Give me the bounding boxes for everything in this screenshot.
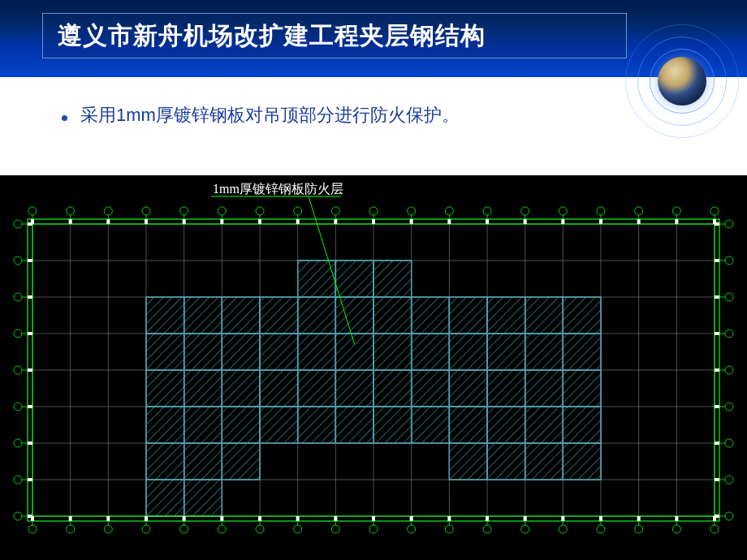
- svg-rect-21: [412, 297, 450, 334]
- svg-rect-294: [599, 516, 602, 521]
- svg-rect-27: [525, 297, 563, 334]
- svg-point-209: [559, 525, 567, 533]
- svg-point-223: [710, 207, 719, 215]
- svg-point-231: [14, 256, 22, 265]
- svg-rect-15: [298, 297, 336, 334]
- svg-rect-55: [146, 370, 184, 407]
- globe-decoration: [625, 24, 739, 138]
- svg-rect-91: [374, 407, 412, 443]
- cad-svg: 1mm厚镀锌钢板防火层: [0, 175, 747, 560]
- svg-rect-309: [28, 368, 32, 372]
- svg-rect-5: [374, 261, 412, 297]
- svg-point-191: [408, 207, 416, 215]
- svg-rect-268: [106, 516, 110, 521]
- svg-rect-7: [146, 297, 184, 334]
- svg-rect-51: [525, 334, 563, 370]
- svg-rect-101: [563, 407, 601, 443]
- svg-point-193: [408, 525, 416, 533]
- svg-point-173: [218, 525, 226, 533]
- bullet-line: 采用1mm厚镀锌钢板对吊顶部分进行防火保护。: [41, 101, 706, 128]
- svg-rect-316: [715, 478, 719, 481]
- svg-point-239: [14, 330, 22, 338]
- svg-point-233: [725, 256, 733, 265]
- svg-point-253: [725, 439, 733, 447]
- svg-rect-31: [146, 334, 184, 370]
- svg-point-151: [28, 207, 37, 215]
- svg-point-207: [559, 207, 567, 215]
- svg-rect-45: [412, 334, 450, 370]
- svg-rect-23: [449, 297, 487, 334]
- svg-rect-39: [298, 334, 336, 370]
- svg-rect-314: [715, 442, 719, 445]
- svg-rect-291: [561, 219, 564, 224]
- svg-rect-306: [715, 295, 719, 299]
- svg-point-189: [369, 525, 378, 533]
- svg-rect-288: [486, 516, 489, 521]
- svg-point-197: [445, 525, 453, 533]
- svg-point-153: [28, 525, 37, 533]
- svg-rect-307: [28, 332, 32, 335]
- bullet-text: 采用1mm厚镀锌钢板对吊顶部分进行防火保护。: [80, 101, 460, 128]
- svg-rect-270: [145, 516, 148, 521]
- svg-rect-302: [715, 222, 719, 226]
- svg-rect-289: [524, 219, 527, 224]
- svg-rect-276: [258, 516, 261, 521]
- svg-rect-69: [412, 370, 450, 407]
- svg-point-163: [142, 207, 150, 215]
- svg-rect-47: [449, 334, 487, 370]
- svg-point-221: [672, 525, 680, 533]
- svg-rect-87: [298, 407, 336, 443]
- svg-rect-277: [296, 219, 300, 224]
- svg-rect-269: [145, 219, 148, 224]
- svg-point-211: [597, 207, 605, 215]
- svg-rect-71: [449, 370, 487, 407]
- svg-point-167: [180, 207, 188, 215]
- svg-rect-61: [260, 370, 298, 407]
- svg-rect-37: [260, 334, 298, 370]
- svg-point-243: [14, 366, 22, 374]
- svg-rect-315: [28, 478, 32, 481]
- svg-rect-313: [28, 442, 32, 445]
- slide-header: 遵义市新舟机场改扩建工程夹层钢结构: [0, 0, 747, 77]
- svg-rect-265: [69, 219, 72, 224]
- svg-rect-19: [374, 297, 412, 334]
- svg-rect-283: [410, 219, 413, 224]
- svg-rect-281: [372, 219, 375, 224]
- globe-icon: [658, 57, 706, 106]
- bullet-icon: [62, 115, 67, 121]
- svg-rect-109: [449, 443, 487, 480]
- svg-rect-303: [28, 259, 32, 262]
- svg-rect-103: [146, 443, 184, 480]
- svg-rect-280: [334, 516, 337, 521]
- svg-rect-308: [715, 332, 719, 335]
- svg-rect-49: [487, 334, 525, 370]
- svg-rect-119: [184, 480, 222, 516]
- svg-point-201: [483, 525, 491, 533]
- svg-point-227: [14, 220, 22, 228]
- svg-rect-3: [335, 261, 374, 297]
- svg-rect-274: [220, 516, 223, 521]
- svg-point-185: [331, 525, 339, 533]
- svg-rect-117: [146, 480, 184, 516]
- slide-title: 遵义市新舟机场改扩建工程夹层钢结构: [58, 19, 486, 53]
- svg-point-157: [67, 525, 75, 533]
- svg-rect-296: [637, 516, 641, 521]
- svg-point-165: [142, 525, 150, 533]
- svg-point-169: [180, 525, 188, 533]
- svg-point-205: [521, 525, 529, 533]
- svg-rect-13: [260, 297, 298, 334]
- svg-rect-298: [675, 516, 678, 521]
- svg-rect-317: [28, 515, 32, 518]
- svg-point-199: [483, 207, 491, 215]
- svg-rect-305: [28, 295, 32, 299]
- svg-point-187: [369, 207, 378, 215]
- svg-point-179: [294, 207, 302, 215]
- svg-rect-318: [715, 515, 719, 518]
- svg-rect-53: [563, 334, 601, 370]
- svg-rect-29: [563, 297, 601, 334]
- svg-point-177: [256, 525, 264, 533]
- svg-point-195: [445, 207, 453, 215]
- svg-rect-79: [146, 407, 184, 443]
- svg-point-181: [294, 525, 302, 533]
- svg-rect-275: [258, 219, 261, 224]
